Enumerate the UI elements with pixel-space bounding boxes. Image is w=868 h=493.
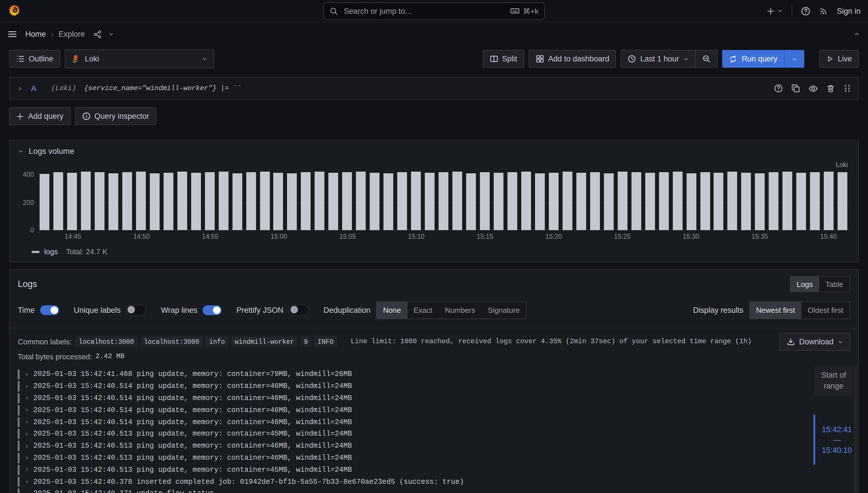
dedup-option-none[interactable]: None <box>377 302 407 319</box>
view-option-logs[interactable]: Logs <box>790 277 819 292</box>
query-expression[interactable]: {service_name="windmill-worker"} |= `` <box>84 84 241 92</box>
log-row[interactable]: 2025-01-03 15:42:40.514 ping update, mem… <box>18 416 850 428</box>
toolbar-right-cluster: Split Add to dashboard Last 1 hour <box>483 50 859 68</box>
legend-series-name[interactable]: logs <box>44 248 58 256</box>
logs-volume-header[interactable]: Logs volume <box>10 141 858 158</box>
play-icon <box>826 55 833 63</box>
start-of-range-button[interactable]: Start of range <box>814 366 853 396</box>
x-axis-tick: 15:15 <box>477 233 493 240</box>
log-row[interactable]: 2025-01-03 15:42:40.371 update flow stat… <box>18 488 850 493</box>
toggle-switch-prettify-json[interactable] <box>289 305 309 316</box>
volume-bar <box>329 173 338 230</box>
search-icon <box>330 6 338 15</box>
order-option-newest-first[interactable]: Newest first <box>750 302 801 319</box>
run-query-chevron-button[interactable] <box>785 50 804 68</box>
toggle-switch-wrap-lines[interactable] <box>203 305 221 315</box>
plus-icon <box>16 112 24 120</box>
range-start-time: 15:42:41 <box>822 425 852 434</box>
logs-scrollbar[interactable] <box>854 366 858 493</box>
volume-bar <box>755 173 765 230</box>
log-line-text: 2025-01-03 15:42:40.513 ping update, mem… <box>33 452 352 464</box>
download-button[interactable]: Download <box>780 333 850 351</box>
new-menu-button[interactable] <box>766 6 783 15</box>
chevron-down-icon[interactable] <box>108 31 114 37</box>
grafana-logo-icon[interactable] <box>7 4 21 18</box>
volume-bar <box>452 172 462 230</box>
y-axis-tick: 0 <box>30 227 34 234</box>
zoom-out-icon <box>702 55 711 63</box>
add-query-button[interactable]: Add query <box>9 107 70 125</box>
common-labels-label: Common labels: <box>18 337 72 346</box>
logs-volume-chart[interactable]: Loki 0200400 14:4514:5014:5515:0015:0515… <box>14 170 849 256</box>
live-button[interactable]: Live <box>819 50 859 68</box>
time-range-button[interactable]: Last 1 hour <box>621 50 695 67</box>
sign-in-link[interactable]: Sign in <box>837 6 861 15</box>
query-ref-id[interactable]: A <box>31 84 37 93</box>
toggle-switch-unique-labels[interactable] <box>126 305 146 316</box>
view-option-table[interactable]: Table <box>819 277 850 292</box>
log-row[interactable]: 2025-01-03 15:42:40.513 ping update, mem… <box>18 452 850 464</box>
log-row[interactable]: 2025-01-03 15:42:40.378 inserted complet… <box>18 476 850 488</box>
volume-bar <box>549 172 558 230</box>
query-delete-trash-icon[interactable] <box>826 84 835 93</box>
loki-icon <box>71 54 80 63</box>
split-button[interactable]: Split <box>483 50 524 68</box>
x-axis-tick: 15:20 <box>545 233 562 240</box>
common-label-chip: localhost:3000 <box>140 336 203 347</box>
query-expand-chevron-icon[interactable] <box>17 85 23 91</box>
query-copy-icon[interactable] <box>791 84 800 93</box>
query-hide-eye-icon[interactable] <box>808 84 818 93</box>
dedup-option-signature[interactable]: Signature <box>482 302 526 319</box>
log-row[interactable]: 2025-01-03 15:42:40.513 ping update, mem… <box>18 440 850 452</box>
query-help-icon[interactable] <box>774 84 783 93</box>
breadcrumb-explore[interactable]: Explore <box>59 30 85 39</box>
chart-plot[interactable]: 14:4514:5014:5515:0015:0515:1015:1515:20… <box>39 170 849 230</box>
y-axis-tick: 200 <box>23 199 34 206</box>
query-inspector-button[interactable]: Query inspector <box>75 107 156 125</box>
info-circle-icon <box>82 112 90 121</box>
toggle-switch-time[interactable] <box>40 305 59 315</box>
global-search[interactable]: ⌘+k <box>323 2 545 20</box>
logs-volume-title: Logs volume <box>29 146 75 155</box>
help-icon[interactable] <box>801 6 810 16</box>
news-rss-icon[interactable] <box>819 6 828 16</box>
x-axis-tick: 15:30 <box>683 233 699 240</box>
share-icon[interactable] <box>93 29 102 39</box>
nav-divider <box>791 6 792 16</box>
total-bytes-value: 2.42 MB <box>96 352 125 361</box>
outline-button[interactable]: Outline <box>9 50 60 68</box>
log-row[interactable]: 2025-01-03 15:42:40.513 ping update, mem… <box>18 464 850 476</box>
search-input[interactable] <box>343 6 506 16</box>
run-query-button[interactable]: Run query <box>722 50 784 68</box>
log-row[interactable]: 2025-01-03 15:42:40.514 ping update, mem… <box>18 381 850 392</box>
dedup-option-numbers[interactable]: Numbers <box>439 302 482 319</box>
volume-bar <box>439 172 448 230</box>
add-to-dashboard-button[interactable]: Add to dashboard <box>529 50 616 68</box>
volume-bar <box>535 173 545 230</box>
zoom-out-button[interactable] <box>696 50 717 67</box>
log-expand-chevron-icon <box>20 392 33 404</box>
volume-bar <box>136 171 146 230</box>
search-shortcut: ⌘+k <box>510 6 538 16</box>
query-drag-handle-icon[interactable] <box>843 84 851 93</box>
log-row[interactable]: 2025-01-03 15:42:40.514 ping update, mem… <box>18 392 850 404</box>
log-row[interactable]: 2025-01-03 15:42:41.468 ping update, mem… <box>18 368 850 381</box>
volume-bar <box>67 173 77 230</box>
order-option-oldest-first[interactable]: Oldest first <box>801 302 850 319</box>
series-label-loki: Loki <box>836 161 848 168</box>
common-labels-row: Common labels: localhost:3000localhost:3… <box>18 336 850 347</box>
dedup-option-exact[interactable]: Exact <box>407 302 439 319</box>
volume-bar <box>617 172 627 230</box>
log-line-text: 2025-01-03 15:42:40.514 ping update, mem… <box>33 416 352 428</box>
collapse-panel-chevron-up-icon[interactable] <box>853 30 861 38</box>
log-row[interactable]: 2025-01-03 15:42:40.513 ping update, mem… <box>18 428 850 440</box>
menu-toggle-hamburger-icon[interactable] <box>7 29 17 39</box>
breadcrumb-home[interactable]: Home <box>25 30 46 39</box>
volume-bar <box>824 172 833 230</box>
logs-panel: Logs LogsTable TimeUnique labelsWrap lin… <box>9 269 859 493</box>
log-row[interactable]: 2025-01-03 15:42:40.514 ping update, mem… <box>18 404 850 416</box>
view-mode-group: LogsTable <box>790 276 850 292</box>
volume-bar <box>700 172 710 230</box>
volume-bar <box>714 173 724 230</box>
datasource-picker[interactable]: Loki <box>65 49 214 68</box>
